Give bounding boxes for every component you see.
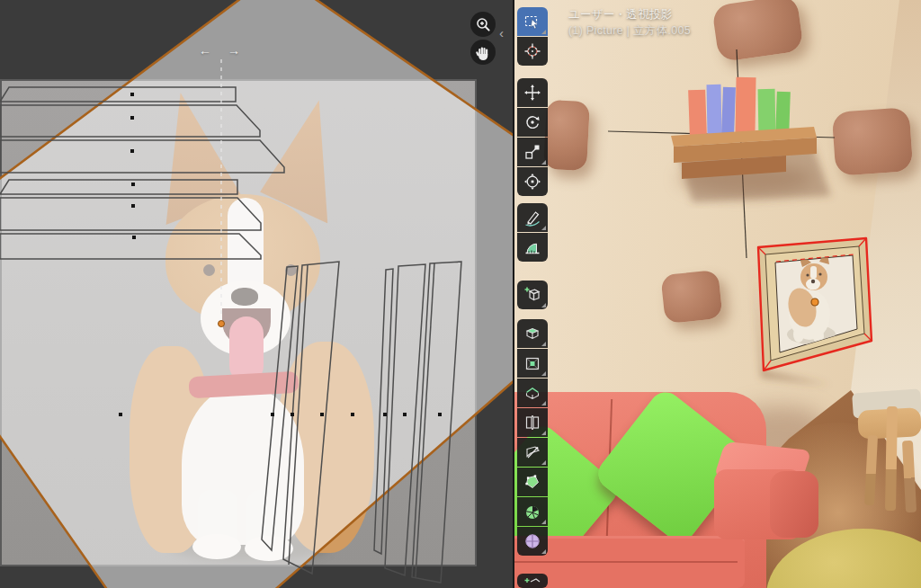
- book: [735, 77, 756, 136]
- book: [758, 89, 776, 136]
- book: [707, 85, 722, 136]
- couch-seat-seam: [514, 561, 738, 563]
- chair-leg[interactable]: [885, 406, 898, 511]
- box-select-tool[interactable]: [517, 7, 548, 36]
- edge-slide-icon: [523, 574, 541, 584]
- bevel-tool[interactable]: [517, 379, 548, 407]
- book: [721, 87, 736, 136]
- corgi-image: [0, 79, 477, 566]
- smooth-tool[interactable]: [517, 527, 548, 556]
- move-icon: [523, 84, 541, 102]
- transform-icon: [523, 173, 541, 191]
- transform-tool[interactable]: [517, 167, 548, 196]
- poly-build-tool[interactable]: [517, 468, 548, 496]
- move-tool[interactable]: [517, 78, 548, 107]
- book: [688, 90, 707, 137]
- zoom-in-button[interactable]: [470, 12, 496, 37]
- corgi-photo-content: [2, 81, 475, 565]
- armrest-end-cap: [770, 471, 818, 538]
- loop-cut-tool[interactable]: [517, 408, 548, 437]
- pan-button[interactable]: [470, 40, 496, 65]
- object-origin-dot[interactable]: [811, 298, 818, 306]
- corgi-nose: [231, 288, 258, 306]
- cursor-crosshair-icon: [523, 42, 541, 60]
- scale-tool[interactable]: [517, 138, 548, 166]
- sidebar-collapse-chevron[interactable]: ‹: [499, 25, 504, 40]
- annotate-tool[interactable]: [517, 203, 548, 232]
- rotate-icon: [523, 113, 541, 131]
- spin-tool[interactable]: [517, 497, 548, 526]
- rotate-tool[interactable]: [517, 108, 548, 137]
- viewport-selection-info: (1) Picture | 立方体.005: [568, 23, 691, 39]
- bevel-icon: [523, 384, 541, 402]
- corgi-eye-right: [285, 264, 297, 276]
- edge-slide-tool[interactable]: [517, 574, 548, 588]
- add-cube-icon: [523, 286, 541, 304]
- knife-tool[interactable]: [517, 438, 548, 467]
- poly-build-icon: [523, 473, 541, 491]
- extrude-region-tool[interactable]: [517, 319, 548, 348]
- cursor-tool[interactable]: [517, 37, 548, 66]
- corgi-paw-right: [245, 536, 293, 561]
- corgi-paw-left: [192, 534, 241, 559]
- box-select-icon: [523, 13, 541, 31]
- smooth-sphere-icon: [523, 532, 541, 550]
- inset-faces-tool[interactable]: [517, 349, 548, 378]
- hand-icon: [474, 43, 492, 61]
- inset-icon: [523, 354, 541, 372]
- loop-cut-icon: [523, 414, 541, 432]
- scale-icon: [523, 143, 541, 161]
- viewport-3d[interactable]: ユーザー・透視投影 (1) Picture | 立方体.005: [514, 0, 921, 588]
- gizmo-arrow-left[interactable]: ←: [199, 43, 211, 58]
- blender-window: ← → ‹: [0, 0, 921, 588]
- viewport-view-mode: ユーザー・透視投影: [568, 7, 673, 22]
- add-cube-tool[interactable]: [517, 281, 548, 309]
- annotate-pencil-icon: [523, 209, 541, 227]
- magnifier-plus-icon: [474, 15, 492, 33]
- picture-frame-selected[interactable]: [754, 238, 872, 385]
- uv-image-editor[interactable]: ← → ‹: [0, 0, 514, 588]
- shelf-books[interactable]: [688, 77, 791, 136]
- gizmo-arrow-right[interactable]: →: [228, 43, 240, 58]
- spin-pie-icon: [523, 503, 541, 521]
- measure-tool[interactable]: [517, 233, 548, 262]
- corgi-eye-left: [203, 264, 215, 276]
- couch-armrest[interactable]: [714, 446, 824, 543]
- measure-protractor-icon: [523, 238, 541, 256]
- knife-icon: [523, 443, 541, 461]
- extrude-icon: [523, 325, 541, 343]
